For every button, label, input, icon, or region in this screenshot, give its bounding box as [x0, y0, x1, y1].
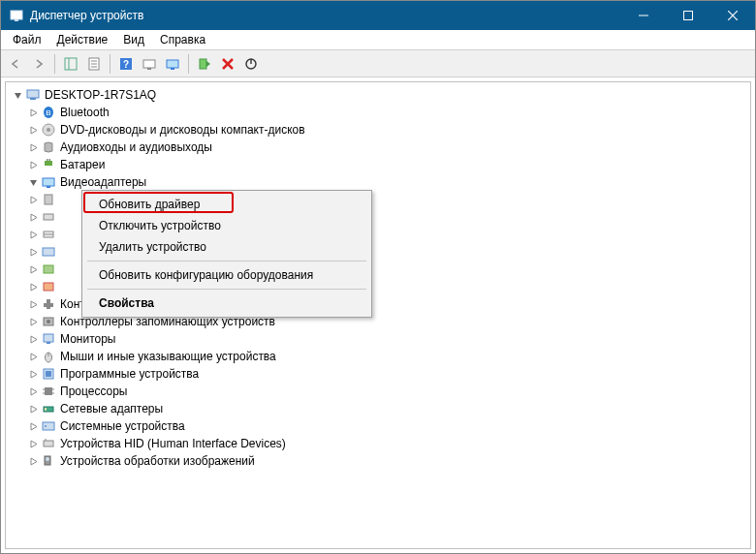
tree-item[interactable]: Сетевые адаптеры	[6, 400, 750, 417]
menu-file[interactable]: Файл	[5, 31, 49, 48]
ctx-properties[interactable]: Свойства	[85, 292, 368, 314]
ctx-disable-device[interactable]: Отключить устройство	[85, 215, 368, 236]
tree-item-label: Мыши и иные указывающие устройства	[60, 350, 276, 363]
caret-right-icon[interactable]	[27, 159, 39, 170]
category-icon	[41, 227, 56, 242]
uninstall-device-button[interactable]	[217, 53, 238, 75]
caret-down-icon[interactable]	[27, 176, 39, 188]
enable-device-button[interactable]	[194, 53, 215, 75]
tree-item-label: Устройства HID (Human Interface Devices)	[60, 437, 286, 450]
root-node[interactable]: DESKTOP-1R7S1AQ	[6, 86, 750, 104]
forward-button[interactable]	[28, 53, 49, 75]
separator	[54, 54, 55, 74]
caret-right-icon[interactable]	[27, 246, 39, 258]
caret-right-icon[interactable]	[27, 385, 39, 397]
svg-text:B: B	[46, 108, 50, 117]
caret-right-icon[interactable]	[27, 107, 39, 118]
caret-right-icon[interactable]	[27, 333, 39, 345]
tree-item[interactable]: Устройства HID (Human Interface Devices)	[6, 435, 750, 452]
caret-right-icon[interactable]	[27, 211, 39, 223]
category-icon	[41, 209, 56, 225]
caret-right-icon[interactable]	[27, 263, 39, 275]
tree-item[interactable]: Батареи	[6, 156, 750, 173]
category-icon	[41, 262, 56, 277]
svg-point-56	[45, 425, 47, 427]
tree-item[interactable]: Мониторы	[6, 330, 750, 348]
tree-item-label: Процессоры	[60, 385, 128, 398]
caret-right-icon[interactable]	[27, 368, 39, 380]
caret-right-icon[interactable]	[27, 316, 39, 327]
tree-item-label: Аудиовходы и аудиовыходы	[60, 140, 212, 154]
tree-item[interactable]: Аудиовходы и аудиовыходы	[6, 138, 750, 156]
separator	[87, 289, 366, 290]
ctx-update-driver[interactable]: Обновить драйвер	[85, 194, 368, 215]
tree-item[interactable]: Системные устройства	[6, 417, 750, 435]
tree-item[interactable]: Видеоадаптеры	[6, 173, 750, 191]
tree-item[interactable]: Процессоры	[6, 383, 750, 400]
category-icon	[41, 174, 56, 190]
svg-rect-34	[44, 214, 53, 220]
back-button[interactable]	[5, 53, 26, 75]
category-icon: B	[41, 105, 56, 120]
close-button[interactable]	[710, 1, 755, 30]
caret-right-icon[interactable]	[27, 124, 39, 136]
svg-rect-39	[44, 283, 53, 291]
tree-item[interactable]: Программные устройства	[6, 365, 750, 383]
caret-right-icon[interactable]	[27, 141, 39, 153]
tree-item[interactable]: Мыши и иные указывающие устройства	[6, 348, 750, 365]
properties-button[interactable]	[83, 53, 105, 75]
caret-right-icon[interactable]	[27, 229, 39, 240]
category-icon	[41, 349, 56, 364]
tree-item-label: Батареи	[60, 158, 105, 171]
tree-item-label: Видеоадаптеры	[60, 175, 146, 189]
menu-action[interactable]: Действие	[49, 31, 116, 48]
ctx-scan-hardware[interactable]: Обновить конфигурацию оборудования	[85, 264, 368, 286]
maximize-button[interactable]	[666, 1, 710, 30]
help-button[interactable]: ?	[115, 53, 137, 75]
svg-rect-29	[47, 159, 48, 161]
scan-hardware-button[interactable]	[139, 53, 160, 75]
svg-rect-54	[45, 408, 47, 411]
svg-rect-15	[147, 68, 151, 70]
root-label: DESKTOP-1R7S1AQ	[45, 88, 156, 102]
caret-right-icon[interactable]	[27, 281, 39, 292]
svg-rect-1	[15, 19, 18, 21]
svg-rect-18	[200, 59, 206, 69]
minimize-button[interactable]	[621, 1, 666, 30]
ctx-delete-device[interactable]: Удалить устройство	[85, 236, 368, 258]
caret-right-icon[interactable]	[27, 455, 39, 467]
caret-down-icon[interactable]	[12, 89, 23, 101]
tree-item[interactable]: BBluetooth	[6, 104, 750, 121]
caret-right-icon[interactable]	[27, 351, 39, 362]
category-icon	[41, 244, 56, 260]
show-hide-tree-button[interactable]	[60, 53, 81, 75]
device-tree-panel[interactable]: DESKTOP-1R7S1AQ BBluetoothDVD-дисководы …	[5, 81, 751, 549]
caret-right-icon[interactable]	[27, 420, 39, 432]
computer-icon	[25, 87, 41, 103]
disable-device-button[interactable]	[240, 53, 262, 75]
tree-item-label: Устройства обработки изображений	[60, 454, 255, 468]
svg-point-60	[46, 457, 49, 461]
menu-view[interactable]: Вид	[115, 31, 152, 48]
app-icon	[9, 8, 24, 23]
category-icon	[41, 401, 56, 416]
tree-item-label: Программные устройства	[60, 367, 199, 381]
caret-right-icon[interactable]	[27, 438, 39, 449]
tree-item[interactable]: DVD-дисководы и дисководы компакт-дисков	[6, 121, 750, 138]
svg-rect-14	[143, 60, 155, 68]
tree-item-label: DVD-дисководы и дисководы компакт-дисков	[60, 123, 305, 137]
caret-right-icon[interactable]	[27, 298, 39, 310]
caret-right-icon[interactable]	[27, 403, 39, 415]
device-tree: DESKTOP-1R7S1AQ	[6, 86, 750, 104]
svg-rect-42	[44, 334, 53, 342]
device-manager-window: Диспетчер устройств Файл Действие Вид Сп…	[0, 0, 756, 554]
svg-rect-22	[27, 90, 39, 98]
update-driver-button[interactable]	[162, 53, 183, 75]
menu-help[interactable]: Справка	[152, 31, 213, 48]
caret-right-icon[interactable]	[27, 194, 39, 205]
category-icon	[41, 436, 56, 451]
tree-item[interactable]: Устройства обработки изображений	[6, 452, 750, 470]
category-icon	[41, 366, 56, 382]
svg-rect-38	[44, 265, 53, 273]
svg-rect-55	[43, 422, 54, 430]
